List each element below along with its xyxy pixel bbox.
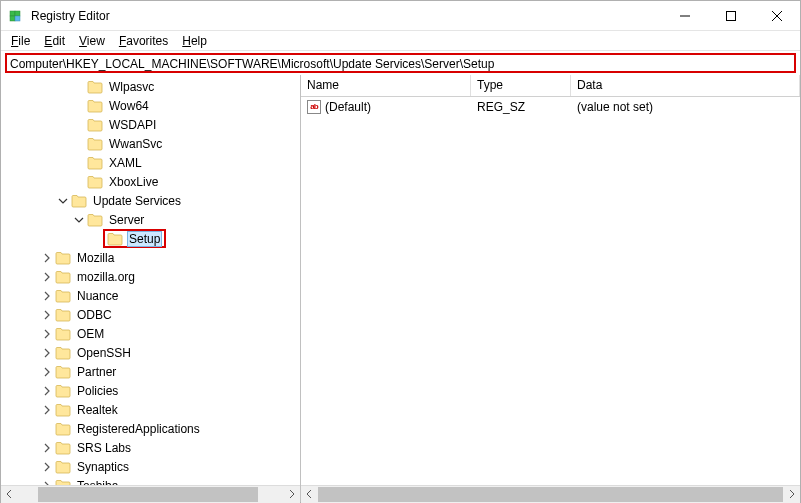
tree-item[interactable]: Nuance bbox=[1, 286, 300, 305]
titlebar: Registry Editor bbox=[1, 1, 800, 31]
folder-icon bbox=[107, 232, 123, 246]
tree-item[interactable]: Toshiba bbox=[1, 476, 300, 485]
string-value-icon: ab bbox=[307, 100, 321, 114]
chevron-down-icon[interactable] bbox=[71, 212, 87, 228]
tree-item-label: OEM bbox=[75, 327, 106, 341]
tree-item-label: Server bbox=[107, 213, 146, 227]
list-hscrollbar[interactable] bbox=[301, 485, 800, 502]
menu-edit[interactable]: Edit bbox=[38, 33, 71, 49]
chevron-down-icon[interactable] bbox=[55, 193, 71, 209]
addressbar-container: Computer\HKEY_LOCAL_MACHINE\SOFTWARE\Mic… bbox=[1, 51, 800, 75]
tree-item[interactable]: Wlpasvc bbox=[1, 77, 300, 96]
value-row[interactable]: ab(Default)REG_SZ(value not set) bbox=[301, 97, 800, 116]
tree-item-label: Update Services bbox=[91, 194, 183, 208]
tree-hscrollbar[interactable] bbox=[1, 485, 300, 502]
tree-item[interactable]: Partner bbox=[1, 362, 300, 381]
folder-icon bbox=[55, 441, 71, 455]
values-list[interactable]: ab(Default)REG_SZ(value not set) bbox=[301, 97, 800, 485]
col-header-type[interactable]: Type bbox=[471, 75, 571, 96]
tree-item[interactable]: OpenSSH bbox=[1, 343, 300, 362]
col-header-name[interactable]: Name bbox=[301, 75, 471, 96]
folder-icon bbox=[55, 346, 71, 360]
folder-icon bbox=[71, 194, 87, 208]
folder-icon bbox=[87, 118, 103, 132]
chevron-right-icon[interactable] bbox=[39, 402, 55, 418]
selection-highlight: Setup bbox=[103, 229, 166, 248]
scroll-thumb[interactable] bbox=[318, 487, 783, 502]
tree-item[interactable]: SRS Labs bbox=[1, 438, 300, 457]
tree-item[interactable]: WSDAPI bbox=[1, 115, 300, 134]
menu-file[interactable]: File bbox=[5, 33, 36, 49]
folder-icon bbox=[55, 460, 71, 474]
tree-pane: WlpasvcWow64WSDAPIWwanSvcXAMLXboxLiveUpd… bbox=[1, 75, 301, 502]
expander-placeholder bbox=[71, 155, 87, 171]
tree-item[interactable]: Server bbox=[1, 210, 300, 229]
tree-item[interactable]: OEM bbox=[1, 324, 300, 343]
folder-icon bbox=[87, 213, 103, 227]
scroll-left-button[interactable] bbox=[301, 486, 318, 503]
tree-item[interactable]: WwanSvc bbox=[1, 134, 300, 153]
svg-rect-5 bbox=[727, 11, 736, 20]
scroll-track[interactable] bbox=[18, 486, 283, 503]
tree-item[interactable]: Update Services bbox=[1, 191, 300, 210]
tree-item-label: Realtek bbox=[75, 403, 120, 417]
tree-item[interactable]: ODBC bbox=[1, 305, 300, 324]
values-pane: Name Type Data ab(Default)REG_SZ(value n… bbox=[301, 75, 800, 502]
tree-item[interactable]: Wow64 bbox=[1, 96, 300, 115]
folder-icon bbox=[55, 403, 71, 417]
tree-item[interactable]: Synaptics bbox=[1, 457, 300, 476]
folder-icon bbox=[87, 175, 103, 189]
expander-placeholder bbox=[39, 421, 55, 437]
expander-placeholder bbox=[87, 231, 103, 247]
chevron-right-icon[interactable] bbox=[39, 326, 55, 342]
value-data-cell: (value not set) bbox=[571, 100, 800, 114]
chevron-right-icon[interactable] bbox=[39, 250, 55, 266]
folder-icon bbox=[55, 289, 71, 303]
registry-tree[interactable]: WlpasvcWow64WSDAPIWwanSvcXAMLXboxLiveUpd… bbox=[1, 75, 300, 485]
folder-icon bbox=[55, 251, 71, 265]
expander-placeholder bbox=[71, 136, 87, 152]
tree-item[interactable]: RegisteredApplications bbox=[1, 419, 300, 438]
chevron-right-icon[interactable] bbox=[39, 307, 55, 323]
tree-item-label: XboxLive bbox=[107, 175, 160, 189]
scroll-right-button[interactable] bbox=[783, 486, 800, 503]
tree-item[interactable]: XboxLive bbox=[1, 172, 300, 191]
tree-item[interactable]: Policies bbox=[1, 381, 300, 400]
app-icon bbox=[9, 8, 25, 24]
tree-item[interactable]: mozilla.org bbox=[1, 267, 300, 286]
chevron-right-icon[interactable] bbox=[39, 345, 55, 361]
tree-item-label: Mozilla bbox=[75, 251, 116, 265]
tree-item[interactable]: XAML bbox=[1, 153, 300, 172]
chevron-right-icon[interactable] bbox=[39, 269, 55, 285]
address-bar[interactable]: Computer\HKEY_LOCAL_MACHINE\SOFTWARE\Mic… bbox=[5, 53, 796, 73]
chevron-right-icon[interactable] bbox=[39, 364, 55, 380]
menu-view[interactable]: View bbox=[73, 33, 111, 49]
folder-icon bbox=[87, 80, 103, 94]
tree-item-label: WSDAPI bbox=[107, 118, 158, 132]
col-header-data[interactable]: Data bbox=[571, 75, 800, 96]
close-button[interactable] bbox=[754, 1, 800, 31]
chevron-right-icon[interactable] bbox=[39, 459, 55, 475]
folder-icon bbox=[87, 156, 103, 170]
scroll-thumb[interactable] bbox=[38, 487, 258, 502]
menu-help[interactable]: Help bbox=[176, 33, 213, 49]
tree-item-label: WwanSvc bbox=[107, 137, 164, 151]
chevron-right-icon[interactable] bbox=[39, 440, 55, 456]
tree-item-label: Wlpasvc bbox=[107, 80, 156, 94]
content-area: WlpasvcWow64WSDAPIWwanSvcXAMLXboxLiveUpd… bbox=[1, 75, 800, 502]
tree-item[interactable]: Setup bbox=[1, 229, 300, 248]
folder-icon bbox=[55, 308, 71, 322]
scroll-right-button[interactable] bbox=[283, 486, 300, 503]
tree-item[interactable]: Realtek bbox=[1, 400, 300, 419]
tree-item[interactable]: Mozilla bbox=[1, 248, 300, 267]
scroll-left-button[interactable] bbox=[1, 486, 18, 503]
tree-item-label: OpenSSH bbox=[75, 346, 133, 360]
chevron-right-icon[interactable] bbox=[39, 478, 55, 486]
minimize-button[interactable] bbox=[662, 1, 708, 31]
list-header: Name Type Data bbox=[301, 75, 800, 97]
chevron-right-icon[interactable] bbox=[39, 288, 55, 304]
menu-favorites[interactable]: Favorites bbox=[113, 33, 174, 49]
chevron-right-icon[interactable] bbox=[39, 383, 55, 399]
scroll-track[interactable] bbox=[318, 486, 783, 503]
maximize-button[interactable] bbox=[708, 1, 754, 31]
